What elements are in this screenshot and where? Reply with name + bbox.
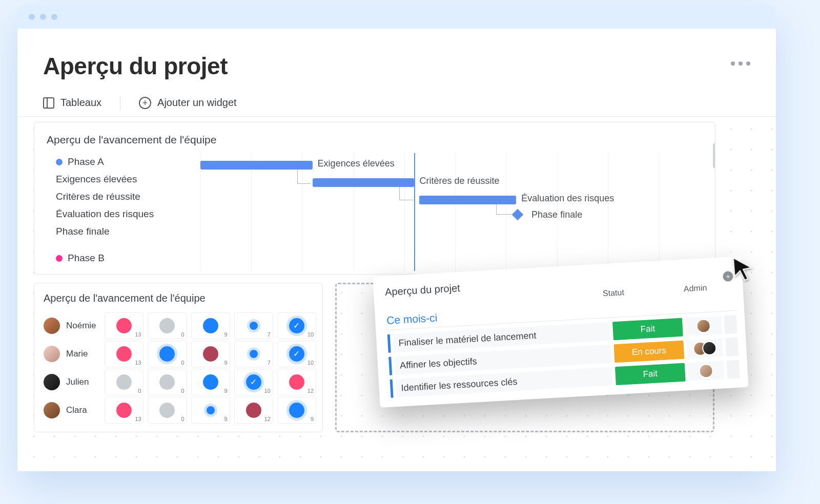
status-pill[interactable]: Fait: [615, 363, 686, 386]
matrix-cell[interactable]: 7: [234, 312, 273, 339]
person-cell[interactable]: Julien: [44, 374, 100, 390]
matrix-cell[interactable]: ✓10: [277, 341, 316, 367]
gantt-connector: [496, 204, 511, 215]
matrix-cell[interactable]: 9: [277, 397, 316, 424]
avatar: [44, 318, 60, 334]
row-trailing: [727, 360, 740, 379]
matrix-cell[interactable]: 13: [105, 312, 144, 339]
matrix-cell[interactable]: 0: [105, 369, 144, 395]
window-dot: [29, 14, 35, 20]
window-dot: [51, 14, 57, 20]
matrix-cell[interactable]: 9: [191, 312, 230, 339]
person-cell[interactable]: Marie: [44, 346, 100, 362]
gantt-title: Aperçu de l'avancement de l'équipe: [47, 134, 715, 146]
check-icon: ✓: [289, 346, 304, 362]
person-cell[interactable]: Noémie: [44, 318, 100, 334]
matrix-row: Marie 13 0 9 7 ✓10: [44, 340, 316, 368]
gantt-group-b[interactable]: Phase B: [56, 249, 189, 267]
admin-cell[interactable]: [688, 361, 725, 381]
row-accent: [390, 379, 394, 397]
admin-cell[interactable]: [686, 338, 723, 359]
avatar: [44, 402, 60, 418]
gantt-bar-label: Phase finale: [531, 209, 582, 220]
gantt-widget[interactable]: Aperçu de l'avancement de l'équipe Phase…: [34, 122, 715, 275]
legend-dot-icon: [56, 159, 63, 165]
legend-dot-icon: [56, 255, 63, 262]
more-menu-button[interactable]: [731, 52, 750, 66]
avatar: [696, 319, 711, 334]
dashboard-canvas[interactable]: Aperçu de l'avancement de l'équipe Phase…: [17, 113, 776, 471]
matrix-cell[interactable]: 13: [105, 341, 144, 367]
gantt-row-label: Exigences élevées: [56, 171, 189, 188]
matrix-cell[interactable]: 12: [277, 369, 316, 395]
phase-b-label: Phase B: [68, 253, 105, 264]
gantt-bar-label: Critères de réussite: [419, 176, 499, 186]
cursor-icon: [729, 256, 756, 284]
avatar: [44, 374, 60, 390]
gantt-row-label: Évaluation des risques: [56, 205, 189, 223]
check-icon: ✓: [246, 374, 261, 390]
person-cell[interactable]: Clara: [44, 402, 100, 418]
person-name: Clara: [66, 405, 87, 415]
gantt-milestone[interactable]: [512, 209, 524, 221]
app-body: Aperçu du projet Tableaux + Ajouter un w…: [17, 29, 776, 471]
matrix-cell[interactable]: 0: [148, 312, 187, 339]
matrix-cell[interactable]: 7: [234, 341, 273, 367]
matrix-cell[interactable]: 9: [191, 397, 230, 424]
tasks-widget-floating[interactable]: + Aperçu du projet Statut Admin Ce mois-…: [373, 256, 748, 408]
matrix-cell[interactable]: ✓10: [277, 312, 316, 339]
board-icon: [43, 97, 54, 109]
gantt-body: Phase A Exigences élevées Critères de ré…: [47, 153, 715, 271]
matrix-cell[interactable]: 0: [148, 341, 187, 367]
plus-circle-icon: +: [139, 97, 151, 109]
gantt-row-label: Phase finale: [56, 223, 189, 240]
gantt-row-labels: Phase A Exigences élevées Critères de ré…: [56, 153, 189, 267]
matrix-cell[interactable]: 12: [234, 397, 273, 424]
team-progress-widget[interactable]: Aperçu de l'avancement de l'équipe Noémi…: [34, 283, 323, 432]
window-controls: [17, 5, 776, 29]
status-pill[interactable]: Fait: [612, 318, 683, 341]
gantt-connector: [297, 170, 311, 184]
toolbar-separator: [120, 96, 120, 110]
row-trailing: [724, 315, 737, 334]
col-status: Statut: [580, 287, 647, 300]
person-name: Noémie: [66, 321, 96, 331]
check-icon: ✓: [289, 318, 304, 333]
add-widget-label: Ajouter un widget: [157, 97, 237, 109]
page-header: Aperçu du projet: [17, 29, 776, 89]
matrix-title: Aperçu de l'avancement de l'équipe: [44, 292, 316, 304]
matrix-cell[interactable]: 9: [191, 369, 230, 395]
gantt-bar[interactable]: [313, 178, 415, 187]
row-trailing: [725, 338, 739, 356]
col-admin: Admin: [677, 283, 713, 294]
matrix-cell[interactable]: 13: [105, 397, 144, 424]
gantt-bar-label: Évaluation des risques: [521, 193, 614, 204]
tableaux-label: Tableaux: [60, 97, 101, 109]
status-pill[interactable]: En cours: [614, 341, 685, 363]
window-dot: [40, 14, 46, 20]
avatar: [699, 364, 714, 379]
gantt-bar-label: Exigences élevées: [318, 158, 395, 169]
matrix-cell[interactable]: 9: [191, 341, 230, 367]
gantt-grid: Exigences élevées Critères de réussite É…: [200, 153, 710, 271]
person-name: Julien: [66, 377, 89, 387]
matrix-cell[interactable]: 0: [148, 369, 187, 395]
person-name: Marie: [66, 349, 88, 359]
phase-a-label: Phase A: [68, 156, 104, 167]
matrix-cell[interactable]: ✓10: [234, 369, 273, 395]
avatar: [702, 341, 717, 356]
matrix-row: Clara 13 0 9 12 9: [44, 396, 316, 424]
gantt-group-a[interactable]: Phase A: [56, 153, 189, 171]
tableaux-button[interactable]: Tableaux: [43, 97, 101, 109]
matrix-row: Noémie 13 0 9 7 ✓10: [44, 311, 316, 340]
page-title: Aperçu du projet: [43, 52, 228, 80]
gantt-bar[interactable]: [419, 196, 516, 204]
today-marker: [414, 153, 415, 271]
matrix-row: Julien 0 0 9 ✓10 12: [44, 368, 316, 396]
gantt-row-label: Critères de réussite: [56, 188, 189, 205]
matrix-cell[interactable]: 0: [148, 397, 187, 424]
browser-window: Aperçu du projet Tableaux + Ajouter un w…: [17, 5, 776, 471]
admin-cell[interactable]: [685, 316, 722, 336]
gantt-bar[interactable]: [200, 161, 313, 170]
add-widget-button[interactable]: + Ajouter un widget: [139, 97, 237, 109]
